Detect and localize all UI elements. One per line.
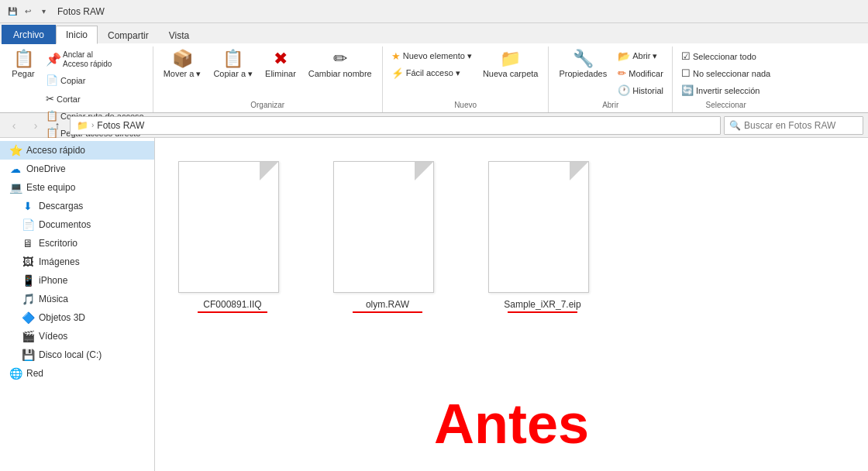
sidebar-item-iphone[interactable]: 📱 iPhone	[0, 271, 154, 290]
file-icon-2	[333, 153, 442, 293]
abrir-col: 📂 Abrir ▾ ✏ Modificar 🕐 Historial	[614, 46, 667, 98]
search-input[interactable]	[744, 120, 858, 131]
content-area: CF000891.IIQ olym.RAW	[155, 138, 868, 471]
back-button[interactable]: ‹	[5, 116, 23, 135]
file-corner-fold-1	[260, 162, 278, 180]
file-item-1[interactable]: CF000891.IIQ	[170, 153, 294, 313]
ribbon-tabs: Archivo Inicio Compartir Vista	[0, 23, 868, 43]
ribbon-group-seleccionar: ☑ Seleccionar todo ☐ No seleccionar nada…	[674, 46, 779, 112]
tab-archivo[interactable]: Archivo	[2, 25, 56, 44]
nueva-carpeta-button[interactable]: 📁 Nueva carpeta	[477, 46, 544, 82]
facil-acceso-button[interactable]: ⚡ Fácil acceso ▾	[388, 65, 476, 81]
sidebar-item-escritorio[interactable]: 🖥 Escritorio	[0, 234, 154, 253]
ribbon-group-abrir: 🔧 Propiedades 📂 Abrir ▾ ✏ Modificar 🕐 Hi…	[550, 46, 673, 112]
mover-icon: 📦	[172, 50, 193, 67]
sidebar-item-label: Objetos 3D	[39, 312, 85, 323]
seleccionar-label: Seleccionar	[677, 99, 774, 112]
este-equipo-icon: 💻	[9, 181, 22, 194]
file-item-2[interactable]: olym.RAW	[326, 153, 450, 313]
musica-icon: 🎵	[22, 293, 34, 305]
save-icon[interactable]: 💾	[6, 5, 19, 18]
up-button[interactable]: ↑	[48, 116, 67, 135]
sidebar-item-videos[interactable]: 🎬 Vídeos	[0, 327, 154, 346]
sidebar-item-documentos[interactable]: 📄 Documentos	[0, 215, 154, 234]
cambiar-nombre-button[interactable]: ✏ Cambiar nombre	[303, 46, 377, 82]
acceso-rapido-icon: ⭐	[9, 144, 22, 156]
eliminar-button[interactable]: ✖ Eliminar	[260, 46, 301, 82]
sidebar-item-onedrive[interactable]: ☁ OneDrive	[0, 160, 154, 178]
ribbon-group-organizar: 📦 Mover a ▾ 📋 Copiar a ▾ ✖ Eliminar ✏ Ca…	[155, 46, 383, 112]
sidebar-item-disco-local[interactable]: 💾 Disco local (C:)	[0, 346, 154, 364]
pegar-icon: 📋	[13, 50, 34, 67]
abrir-button[interactable]: 📂 Abrir ▾	[614, 48, 667, 64]
anclar-button[interactable]: 📌 Anclar alAcceso rápido	[42, 48, 148, 71]
propiedades-button[interactable]: 🔧 Propiedades	[553, 46, 612, 82]
file-icon-1	[178, 153, 287, 293]
nuevo-elemento-icon: ★	[391, 50, 401, 62]
ribbon: 📋 Pegar 📌 Anclar alAcceso rápido 📄 Copia…	[0, 43, 868, 113]
file-item-3[interactable]: Sample_iXR_7.eip	[480, 153, 604, 313]
modificar-icon: ✏	[618, 67, 626, 79]
nuevo-elemento-button[interactable]: ★ Nuevo elemento ▾	[388, 48, 476, 64]
invertir-icon: 🔄	[681, 84, 694, 96]
sidebar-item-red[interactable]: 🌐 Red	[0, 364, 154, 383]
file-corner-fold-2	[415, 162, 433, 180]
sidebar-item-objetos3d[interactable]: 🔷 Objetos 3D	[0, 308, 154, 327]
seleccionar-buttons: ☑ Seleccionar todo ☐ No seleccionar nada…	[677, 46, 774, 99]
title-bar-icons: 💾 ↩ ▾	[6, 5, 50, 18]
address-path[interactable]: 📁 › Fotos RAW	[70, 116, 721, 135]
sidebar-item-label: Disco local (C:)	[39, 349, 102, 360]
sidebar-item-acceso-rapido[interactable]: ⭐ Acceso rápido	[0, 141, 154, 160]
nuevo-col: ★ Nuevo elemento ▾ ⚡ Fácil acceso ▾	[388, 46, 476, 81]
disco-local-icon: 💾	[22, 349, 34, 361]
sidebar: ⭐ Acceso rápido ☁ OneDrive 💻 Este equipo…	[0, 138, 155, 471]
facil-acceso-icon: ⚡	[391, 67, 404, 79]
tab-compartir[interactable]: Compartir	[98, 26, 159, 44]
iphone-icon: 📱	[22, 274, 34, 287]
sidebar-item-musica[interactable]: 🎵 Música	[0, 290, 154, 308]
copiar-button[interactable]: 📄 Copiar	[42, 72, 148, 88]
file-label-2: olym.RAW	[366, 299, 409, 310]
ribbon-group-nuevo: ★ Nuevo elemento ▾ ⚡ Fácil acceso ▾ 📁 Nu…	[384, 46, 549, 112]
tab-inicio[interactable]: Inicio	[56, 26, 98, 44]
copiar-a-button[interactable]: 📋 Copiar a ▾	[208, 46, 258, 83]
forward-button[interactable]: ›	[26, 116, 45, 135]
eliminar-icon: ✖	[274, 50, 288, 67]
tab-vista[interactable]: Vista	[159, 26, 199, 44]
objetos3d-icon: 🔷	[22, 311, 34, 324]
pegar-button[interactable]: 📋 Pegar	[6, 46, 40, 82]
address-bar: ‹ › ↑ 📁 › Fotos RAW 🔍	[0, 113, 868, 138]
search-box[interactable]: 🔍	[724, 116, 863, 135]
invertir-button[interactable]: 🔄 Invertir selección	[677, 82, 774, 98]
path-text: Fotos RAW	[97, 120, 144, 131]
escritorio-icon: 🖥	[22, 237, 34, 249]
sidebar-item-este-equipo[interactable]: 💻 Este equipo	[0, 178, 154, 197]
seleccionar-todo-button[interactable]: ☑ Seleccionar todo	[677, 48, 774, 64]
no-seleccionar-icon: ☐	[681, 67, 691, 79]
sidebar-item-label: Vídeos	[39, 331, 67, 342]
sidebar-item-label: Escritorio	[39, 238, 78, 249]
ribbon-group-portapapeles: 📋 Pegar 📌 Anclar alAcceso rápido 📄 Copia…	[3, 46, 153, 112]
file-paper-2	[333, 161, 434, 293]
copiar-icon: 📄	[46, 74, 58, 86]
undo-icon[interactable]: ↩	[22, 5, 34, 18]
red-icon: 🌐	[9, 367, 22, 380]
no-seleccionar-button[interactable]: ☐ No seleccionar nada	[677, 65, 774, 81]
organizar-buttons: 📦 Mover a ▾ 📋 Copiar a ▾ ✖ Eliminar ✏ Ca…	[158, 46, 377, 99]
onedrive-icon: ☁	[9, 163, 22, 175]
sidebar-item-imagenes[interactable]: 🖼 Imágenes	[0, 253, 154, 271]
cortar-button[interactable]: ✂ Cortar	[42, 91, 148, 107]
organizar-label: Organizar	[158, 99, 377, 112]
videos-icon: 🎬	[22, 330, 34, 342]
mover-button[interactable]: 📦 Mover a ▾	[158, 46, 207, 83]
window-title: Fotos RAW	[57, 6, 105, 17]
modificar-button[interactable]: ✏ Modificar	[614, 65, 667, 81]
dropdown-icon[interactable]: ▾	[37, 5, 50, 18]
historial-button[interactable]: 🕐 Historial	[614, 82, 667, 98]
historial-icon: 🕐	[618, 84, 630, 96]
file-underline-3	[508, 311, 577, 313]
sidebar-item-label: Acceso rápido	[26, 145, 85, 156]
file-icon-3	[488, 153, 597, 293]
sidebar-item-descargas[interactable]: ⬇ Descargas	[0, 197, 154, 215]
cambiar-icon: ✏	[333, 50, 347, 67]
